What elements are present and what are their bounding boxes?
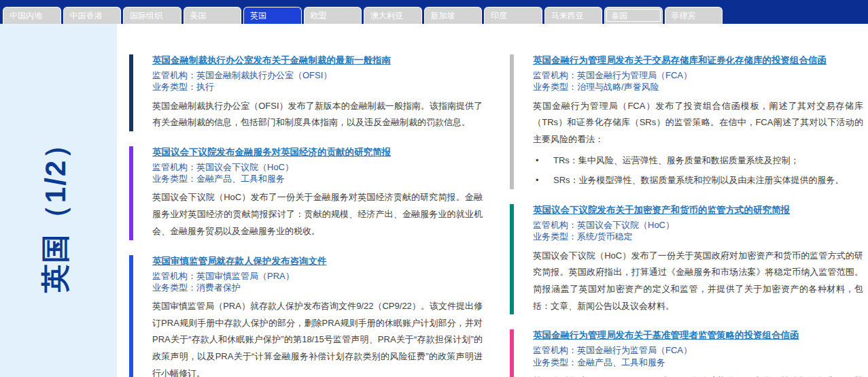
- risk-bullet-list: •TRs：集中风险、运营弹性、服务质量和数据质量系统及控制； •SRs：业务模型…: [533, 152, 863, 189]
- news-body: 英国金融制裁执行办公室（OFSI）发布了新版本的金融制裁一般指南。该指南提供了有…: [152, 98, 483, 131]
- news-body: 英国议会下议院（HoC）发布了一份关于金融服务对英国经济贡献的研究简报。金融服务…: [152, 189, 483, 240]
- news-title: 英国议会下议院发布金融服务对英国经济的贡献的研究简报: [152, 146, 483, 159]
- business-type-value: 消费者保护: [196, 282, 241, 293]
- regulator-line: 监管机构：英国议会下议院（HoC）: [152, 161, 483, 173]
- regulator-value: 英国议会下议院（HoC）: [196, 162, 294, 172]
- regulator-line: 监管机构：英国议会下议院（HoC）: [533, 219, 863, 231]
- content-area: 英国金融制裁执行办公室发布关于金融制裁的最新一般指南 监管机构：英国金融制裁执行…: [117, 24, 868, 377]
- regulator-label: 监管机构：: [533, 70, 577, 80]
- tab-philippines[interactable]: 菲律宾: [665, 7, 723, 24]
- list-item: •TRs：集中风险、运营弹性、服务质量和数据质量系统及控制；: [533, 152, 863, 169]
- page-title: 英国（1/2）: [37, 105, 72, 316]
- regulator-line: 监管机构：英国审慎监管局（PRA）: [152, 270, 483, 282]
- regulator-label: 监管机构：: [533, 220, 577, 230]
- news-item-pra-depositor-protection: 英国审慎监管局就存款人保护发布咨询文件 监管机构：英国审慎监管局（PRA） 业务…: [129, 255, 483, 377]
- business-type-line: 业务类型：治理与战略/声誉风险: [533, 81, 863, 93]
- business-type-line: 业务类型：消费者保护: [152, 282, 483, 293]
- tab-international-orgs[interactable]: 国际组织: [123, 7, 181, 24]
- news-title-link[interactable]: 英国审慎监管局就存款人保护发布咨询文件: [152, 256, 327, 266]
- tab-bar: 中国内地 中国香港 国际组织 美国 英国 欧盟 澳大利亚 新加坡 印度 马来西亚…: [0, 0, 868, 24]
- regulator-value: 英国金融行为管理局（FCA）: [577, 70, 692, 80]
- news-item-hoc-cryptoassets-briefing: 英国议会下议院发布关于加密资产和货币的监管方式的研究简报 监管机构：英国议会下议…: [510, 204, 863, 314]
- tab-eu[interactable]: 欧盟: [304, 7, 362, 24]
- business-type-value: 金融产品、工具和服务: [577, 357, 665, 367]
- tab-malaysia[interactable]: 马来西亚: [544, 7, 603, 24]
- bullet-marker: •: [533, 152, 553, 169]
- sidebar: 英国（1/2）: [0, 24, 117, 377]
- news-body: 英国金融行为管理局（FCA）发布了投资组合信函模板，阐述了其对交易存储库（TRs…: [533, 98, 863, 148]
- left-column: 英国金融制裁执行办公室发布关于金融制裁的最新一般指南 监管机构：英国金融制裁执行…: [129, 54, 483, 377]
- business-type-value: 系统/货币稳定: [577, 231, 633, 242]
- right-column: 英国金融行为管理局发布关于交易存储库和证券化存储库的投资组合信函 监管机构：英国…: [510, 54, 863, 377]
- regulator-label: 监管机构：: [533, 345, 577, 355]
- tab-singapore[interactable]: 新加坡: [424, 7, 483, 24]
- business-type-label: 业务类型：: [152, 282, 196, 293]
- regulator-label: 监管机构：: [152, 70, 196, 80]
- tab-us[interactable]: 美国: [184, 7, 242, 24]
- tab-india[interactable]: 印度: [484, 7, 542, 24]
- tab-australia[interactable]: 澳大利亚: [364, 7, 422, 24]
- regulator-value: 英国审慎监管局（PRA）: [196, 271, 294, 281]
- business-type-value: 治理与战略/声誉风险: [577, 82, 659, 92]
- news-body: 英国审慎监管局（PRA）就存款人保护发布咨询文件9/22（CP9/22）。该文件…: [152, 298, 483, 377]
- news-title: 英国审慎监管局就存款人保护发布咨询文件: [152, 255, 483, 267]
- news-title-link[interactable]: 英国金融行为管理局发布关于交易存储库和证券化存储库的投资组合信函: [533, 55, 827, 65]
- news-item-fca-benchmark-administrators: 英国金融行为管理局发布关于基准管理者监管策略的投资组合信函 监管机构：英国金融行…: [510, 329, 863, 377]
- business-type-line: 业务类型：系统/货币稳定: [533, 231, 863, 242]
- news-title: 英国金融行为管理局发布关于基准管理者监管策略的投资组合信函: [533, 329, 863, 342]
- business-type-label: 业务类型：: [152, 174, 196, 184]
- news-title: 英国金融行为管理局发布关于交易存储库和证券化存储库的投资组合信函: [533, 54, 863, 67]
- business-type-line: 业务类型：金融产品、工具和服务: [533, 357, 863, 368]
- page-body: 英国（1/2） 英国金融制裁执行办公室发布关于金融制裁的最新一般指南 监管机构：…: [0, 24, 868, 377]
- news-title: 英国议会下议院发布关于加密资产和货币的监管方式的研究简报: [533, 204, 863, 216]
- regulator-value: 英国金融制裁执行办公室（OFSI）: [196, 70, 332, 80]
- news-title-link[interactable]: 英国议会下议院发布金融服务对英国经济的贡献的研究简报: [152, 147, 391, 157]
- tab-hong-kong[interactable]: 中国香港: [63, 7, 122, 24]
- news-body: 英国议会下议院（HoC）发布了一份关于英国政府对加密资产和货币的监管方式的研究简…: [533, 248, 863, 315]
- regulator-line: 监管机构：英国金融制裁执行办公室（OFSI）: [152, 69, 483, 81]
- news-title-link[interactable]: 英国金融行为管理局发布关于基准管理者监管策略的投资组合信函: [533, 330, 799, 340]
- news-item-ofsi-guidance: 英国金融制裁执行办公室发布关于金融制裁的最新一般指南 监管机构：英国金融制裁执行…: [129, 54, 483, 131]
- news-item-hoc-contribution-briefing: 英国议会下议院发布金融服务对英国经济的贡献的研究简报 监管机构：英国议会下议院（…: [129, 146, 483, 240]
- tab-china-mainland[interactable]: 中国内地: [3, 7, 61, 24]
- regulator-line: 监管机构：英国金融行为监管局（FCA）: [533, 344, 863, 356]
- bullet-marker: •: [533, 172, 553, 189]
- business-type-line: 业务类型：金融产品、工具和服务: [152, 173, 483, 184]
- news-body: 英国金融行为管理局（FCA）发布了一份针对基准管理者监管策略投资组合信函模板。在…: [533, 373, 863, 377]
- tab-thailand[interactable]: 泰国: [604, 7, 663, 24]
- business-type-value: 金融产品、工具和服务: [196, 174, 285, 184]
- business-type-label: 业务类型：: [533, 82, 577, 92]
- bullet-text: SRs：业务模型弹性、数据质量系统和控制以及由未注册实体提供的服务。: [553, 172, 844, 189]
- business-type-label: 业务类型：: [152, 82, 196, 92]
- list-item: •SRs：业务模型弹性、数据质量系统和控制以及由未注册实体提供的服务。: [533, 172, 863, 189]
- tab-uk[interactable]: 英国: [243, 7, 302, 24]
- business-type-line: 业务类型：执行: [152, 81, 483, 93]
- business-type-value: 执行: [196, 82, 214, 92]
- regulator-label: 监管机构：: [152, 162, 196, 172]
- news-item-fca-trade-repositories: 英国金融行为管理局发布关于交易存储库和证券化存储库的投资组合信函 监管机构：英国…: [510, 54, 863, 189]
- regulator-line: 监管机构：英国金融行为管理局（FCA）: [533, 69, 863, 81]
- regulator-value: 英国议会下议院（HoC）: [577, 220, 674, 230]
- business-type-label: 业务类型：: [533, 357, 577, 367]
- news-title-link[interactable]: 英国金融制裁执行办公室发布关于金融制裁的最新一般指南: [152, 55, 391, 65]
- news-title-link[interactable]: 英国议会下议院发布关于加密资产和货币的监管方式的研究简报: [533, 205, 790, 215]
- bullet-text: TRs：集中风险、运营弹性、服务质量和数据质量系统及控制；: [553, 152, 799, 169]
- regulator-value: 英国金融行为监管局（FCA）: [577, 345, 692, 355]
- regulator-label: 监管机构：: [152, 271, 196, 281]
- business-type-label: 业务类型：: [533, 231, 577, 242]
- news-title: 英国金融制裁执行办公室发布关于金融制裁的最新一般指南: [152, 54, 483, 67]
